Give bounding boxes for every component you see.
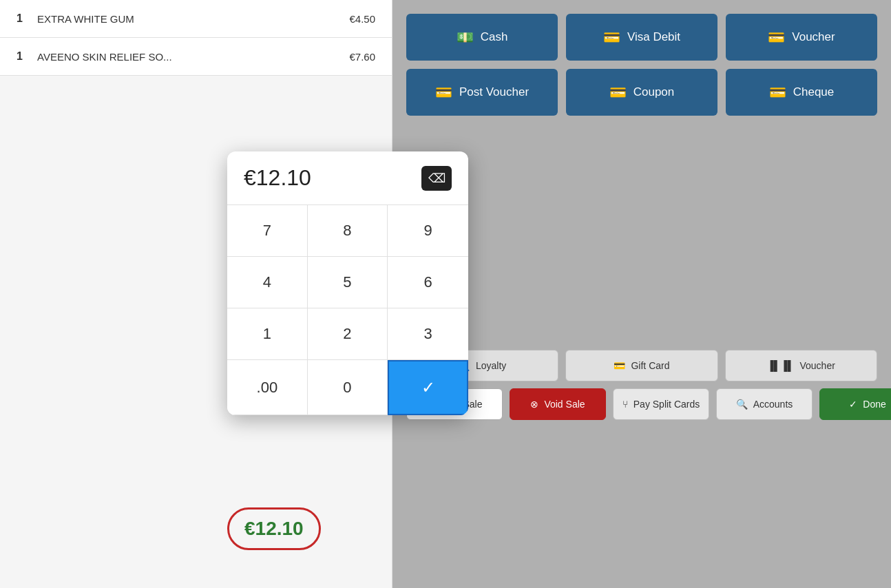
item-qty: 1 xyxy=(17,12,37,25)
numpad-key-0[interactable]: 0 xyxy=(308,360,388,415)
item-price: €7.60 xyxy=(349,51,375,63)
voucher-icon: 💳 xyxy=(768,29,785,45)
check-icon: ✓ xyxy=(849,399,857,410)
visa-debit-button[interactable]: 💳 Visa Debit xyxy=(566,14,717,61)
gift-card-label: Gift Card xyxy=(631,360,669,371)
item-name: AVEENO SKIN RELIEF SO... xyxy=(37,51,349,63)
voucher-label: Voucher xyxy=(792,30,835,44)
void-sale-button[interactable]: ⊗ Void Sale xyxy=(510,388,606,420)
gift-card-icon: 💳 xyxy=(614,360,625,371)
cash-label: Cash xyxy=(481,30,508,44)
barcode-icon: ▐▌▐▌ xyxy=(767,360,795,371)
numpad-key-2[interactable]: 2 xyxy=(308,308,388,360)
void-icon: ⊗ xyxy=(530,399,538,410)
payment-row-1: 💵 Cash 💳 Visa Debit 💳 Voucher xyxy=(406,14,877,61)
voucher-mid-label: Voucher xyxy=(799,360,835,371)
numpad-confirm-button[interactable]: ✓ xyxy=(388,360,468,415)
post-voucher-button[interactable]: 💳 Post Voucher xyxy=(406,69,558,116)
visa-debit-label: Visa Debit xyxy=(627,30,680,44)
bottom-action-row: ✏️ Edit Sale ⊗ Void Sale ⑂ Pay Split Car… xyxy=(406,388,877,420)
split-icon: ⑂ xyxy=(622,399,628,410)
cheque-button[interactable]: 💳 Cheque xyxy=(726,69,877,116)
item-price: €4.50 xyxy=(349,13,375,25)
item-name: EXTRA WHITE GUM xyxy=(37,13,349,25)
pay-split-button[interactable]: ⑂ Pay Split Cards xyxy=(613,388,709,420)
coupon-label: Coupon xyxy=(633,85,675,99)
done-button[interactable]: ✓ Done xyxy=(819,388,891,420)
order-item: 1 EXTRA WHITE GUM €4.50 xyxy=(0,0,392,38)
numpad-display-value: €12.10 xyxy=(244,165,311,191)
numpad-modal: €12.10 ⌫ 7 8 9 4 5 6 1 2 3 .00 0 ✓ xyxy=(227,151,468,415)
post-voucher-icon: 💳 xyxy=(435,84,452,101)
post-voucher-label: Post Voucher xyxy=(459,85,529,99)
order-item: 1 AVEENO SKIN RELIEF SO... €7.60 xyxy=(0,38,392,76)
amount-display-area: €12.10 xyxy=(227,507,321,550)
numpad-key-8[interactable]: 8 xyxy=(308,205,388,257)
accounts-icon: 🔍 xyxy=(736,399,748,410)
confirm-checkmark-icon: ✓ xyxy=(421,378,435,397)
backspace-button[interactable]: ⌫ xyxy=(421,166,452,191)
mid-buttons-row: 👤 Loyalty 💳 Gift Card ▐▌▐▌ Voucher xyxy=(406,350,877,381)
voucher-mid-button[interactable]: ▐▌▐▌ Voucher xyxy=(725,350,877,381)
numpad-key-9[interactable]: 9 xyxy=(388,205,468,257)
cheque-icon: 💳 xyxy=(769,84,786,101)
numpad-key-1[interactable]: 1 xyxy=(227,308,308,360)
backspace-icon: ⌫ xyxy=(428,171,446,186)
numpad-key-4[interactable]: 4 xyxy=(227,257,308,308)
numpad-display-row: €12.10 ⌫ xyxy=(227,151,468,205)
total-amount: €12.10 xyxy=(227,507,321,550)
payment-row-2: 💳 Post Voucher 💳 Coupon 💳 Cheque xyxy=(406,69,877,116)
pay-split-label: Pay Split Cards xyxy=(633,399,700,410)
numpad-key-7[interactable]: 7 xyxy=(227,205,308,257)
loyalty-label: Loyalty xyxy=(476,360,506,371)
coupon-button[interactable]: 💳 Coupon xyxy=(566,69,717,116)
void-sale-label: Void Sale xyxy=(544,399,585,410)
numpad-key-dot00[interactable]: .00 xyxy=(227,360,308,415)
card-icon: 💳 xyxy=(603,29,620,45)
gift-card-button[interactable]: 💳 Gift Card xyxy=(565,350,717,381)
cash-icon: 💵 xyxy=(457,29,474,45)
coupon-icon: 💳 xyxy=(609,84,627,101)
accounts-label: Accounts xyxy=(753,399,793,410)
cash-button[interactable]: 💵 Cash xyxy=(406,14,558,61)
numpad-key-5[interactable]: 5 xyxy=(308,257,388,308)
voucher-button[interactable]: 💳 Voucher xyxy=(726,14,877,61)
accounts-button[interactable]: 🔍 Accounts xyxy=(716,388,813,420)
numpad-key-3[interactable]: 3 xyxy=(388,308,468,360)
numpad-grid: 7 8 9 4 5 6 1 2 3 .00 0 ✓ xyxy=(227,205,468,415)
numpad-key-6[interactable]: 6 xyxy=(388,257,468,308)
done-label: Done xyxy=(863,399,885,410)
item-qty: 1 xyxy=(17,50,37,63)
cheque-label: Cheque xyxy=(793,85,835,99)
